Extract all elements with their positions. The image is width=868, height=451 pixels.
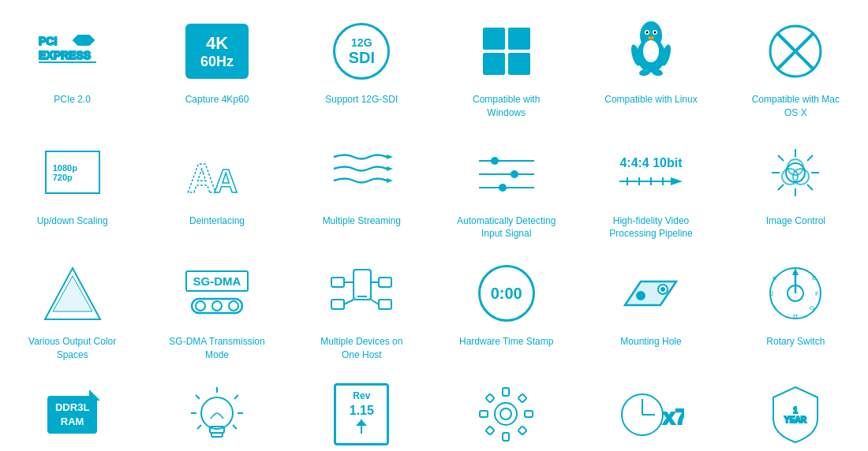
firmware-icon: Rev 1.15 <box>326 379 397 450</box>
feature-memory: DDR3LRAM High-speed Memory <box>0 371 144 451</box>
feature-macos: Compatible with Mac OS X <box>724 8 868 129</box>
svg-text:I: I <box>774 304 776 311</box>
svg-line-87 <box>196 395 200 399</box>
windows-label: Compatible with Windows <box>455 93 558 120</box>
svg-rect-63 <box>379 300 391 309</box>
svg-text:H: H <box>793 312 798 319</box>
svg-marker-94 <box>356 419 367 426</box>
svg-rect-61 <box>379 278 391 287</box>
led-icon <box>181 379 253 450</box>
svg-text:YEAR: YEAR <box>784 416 807 424</box>
svg-rect-4 <box>483 28 505 50</box>
12gsdi-icon: 12G SDI <box>326 16 397 87</box>
24x7-icon: x7 <box>615 379 687 450</box>
feature-sgdma: SG-DMA SG-DMA Transmission Mode <box>144 250 289 371</box>
colorspaces-label: Various Output Color Spaces <box>21 335 124 362</box>
macos-label: Compatible with Mac OS X <box>744 93 847 120</box>
svg-marker-25 <box>387 155 393 159</box>
feature-deinterlacing: A A Deinterlacing <box>144 129 289 251</box>
svg-point-31 <box>511 170 518 178</box>
capture4k-icon: 4K 60Hz <box>181 16 253 87</box>
linux-icon <box>615 16 687 87</box>
svg-rect-101 <box>485 394 494 403</box>
windows-icon <box>471 16 542 87</box>
svg-point-57 <box>229 301 238 311</box>
svg-text:E: E <box>812 274 816 281</box>
svg-rect-5 <box>508 28 530 50</box>
svg-text:J: J <box>770 290 773 297</box>
svg-point-95 <box>495 403 517 425</box>
svg-rect-104 <box>518 427 526 435</box>
warranty-icon: 1 YEAR <box>760 379 831 450</box>
rotary-label: Rotary Switch <box>766 335 825 348</box>
svg-line-46 <box>807 184 813 190</box>
svg-rect-97 <box>503 388 509 396</box>
timestamp-label: Hardware Time Stamp <box>459 335 553 348</box>
svg-marker-26 <box>387 166 393 171</box>
svg-point-51 <box>788 159 803 175</box>
svg-text:F: F <box>815 290 819 297</box>
multidevice-icon <box>326 258 397 329</box>
svg-text:K: K <box>773 274 777 281</box>
feature-streaming: Multiple Streaming <box>290 129 434 251</box>
svg-line-48 <box>778 184 784 190</box>
svg-line-45 <box>778 155 784 161</box>
feature-autoinput: Automatically Detecting Input Signal <box>434 129 578 251</box>
svg-rect-60 <box>331 278 344 287</box>
memory-icon: DDR3LRAM <box>37 379 108 450</box>
svg-point-69 <box>661 288 664 291</box>
svg-point-29 <box>491 157 499 165</box>
sgdma-icon: SG-DMA <box>181 258 253 329</box>
feature-12gsdi: 12G SDI Support 12G-SDI <box>290 8 434 129</box>
svg-rect-100 <box>525 411 533 417</box>
svg-text:1: 1 <box>793 406 798 415</box>
feature-multidevice: Multiple Devices on One Host <box>290 250 434 371</box>
pcie-icon: PCI EXPRESS <box>37 16 108 87</box>
streaming-label: Multiple Streaming <box>323 214 401 228</box>
feature-timestamp: 0:00 Hardware Time Stamp <box>434 250 578 371</box>
svg-rect-7 <box>508 53 530 75</box>
svg-point-10 <box>643 40 659 62</box>
svg-point-56 <box>212 301 222 311</box>
svg-point-13 <box>645 32 648 34</box>
hfvp-icon: 4:4:4 10bit <box>615 137 687 208</box>
svg-rect-58 <box>354 270 371 300</box>
svg-point-55 <box>196 301 205 311</box>
mounting-icon <box>615 258 687 329</box>
svg-rect-62 <box>331 300 344 309</box>
svg-rect-103 <box>485 427 494 435</box>
feature-scaling: 1080p 720p Up/down Scaling <box>0 129 144 251</box>
svg-point-15 <box>648 36 654 39</box>
svg-text:PCI: PCI <box>39 35 57 47</box>
feature-imgcontrol: Image Control <box>724 129 868 251</box>
svg-point-33 <box>499 184 507 192</box>
svg-rect-85 <box>211 433 223 437</box>
feature-24x7: x7 Continuously Work for 24h x7 <box>578 371 723 451</box>
feature-firmware: Rev 1.15 Firmware Upgrade <box>290 371 434 451</box>
imgcontrol-label: Image Control <box>766 214 825 228</box>
sgdma-label: SG-DMA Transmission Mode <box>166 335 268 362</box>
capture4k-label: Capture 4Kp60 <box>185 93 249 106</box>
svg-line-92 <box>233 425 237 429</box>
imgcontrol-icon <box>760 137 831 208</box>
feature-windows: Compatible with Windows <box>434 8 578 129</box>
svg-rect-99 <box>480 411 488 417</box>
deinterlacing-icon: A A <box>181 137 253 208</box>
12gsdi-label: Support 12G-SDI <box>325 93 398 106</box>
features-grid: PCI EXPRESS PCIe 2.0 4K 60Hz Capture 4Kp… <box>0 0 868 451</box>
svg-rect-102 <box>518 394 526 403</box>
svg-text:A: A <box>214 162 238 199</box>
autoinput-label: Automatically Detecting Input Signal <box>455 214 558 241</box>
feature-rotary: 0 E F G H I J K Rotary Switch <box>724 250 868 371</box>
svg-point-14 <box>653 32 656 34</box>
feature-hfvp: 4:4:4 10bit High-fidelity Video Processi… <box>578 129 723 251</box>
svg-point-50 <box>793 169 809 184</box>
svg-line-67 <box>371 300 379 304</box>
driver-icon <box>471 379 542 450</box>
svg-marker-27 <box>387 178 393 183</box>
svg-line-47 <box>807 155 813 161</box>
svg-marker-1 <box>73 35 94 45</box>
svg-line-66 <box>344 300 354 304</box>
svg-text:x7: x7 <box>663 404 684 429</box>
svg-line-88 <box>234 395 238 399</box>
